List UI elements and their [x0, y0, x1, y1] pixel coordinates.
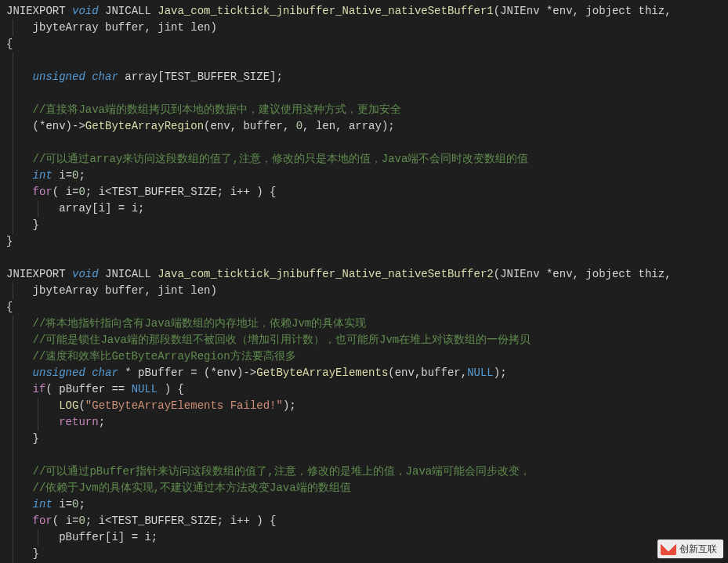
- code-text: //速度和效率比GetByteArrayRegion方法要高很多: [6, 350, 296, 363]
- code-text: pBuffer[i] = i;: [6, 531, 158, 543]
- watermark-text: 创新互联: [679, 543, 717, 554]
- code-line[interactable]: unsigned char * pBuffer = (*env)->GetByt…: [6, 365, 722, 381]
- code-text: //可以通过array来访问这段数组的值了,注意，修改的只是本地的值，Java端…: [6, 153, 528, 165]
- watermark-badge: 创新互联: [657, 540, 723, 558]
- code-text: {: [6, 301, 13, 313]
- code-text: jbyteArray buffer, jint len): [6, 21, 217, 34]
- code-text: //可能是锁住Java端的那段数组不被回收（增加引用计数），也可能所Jvm在堆上…: [6, 334, 531, 346]
- code-text: }: [6, 218, 39, 231]
- code-line[interactable]: for( i=0; i<TEST_BUFFER_SIZE; i++ ) {: [6, 513, 722, 529]
- code-line[interactable]: }: [6, 217, 722, 233]
- code-text: JNIEXPORT void JNICALL Java_com_ticktick…: [6, 5, 678, 17]
- code-line[interactable]: int i=0;: [6, 496, 722, 513]
- code-line[interactable]: [6, 85, 722, 102]
- code-line[interactable]: jbyteArray buffer, jint len): [6, 283, 722, 299]
- code-text: //可以通过pBuffer指针来访问这段数组的值了,注意，修改的是堆上的值，Ja…: [6, 465, 531, 478]
- code-text: JNIEXPORT void JNICALL Java_com_ticktick…: [6, 268, 678, 280]
- code-line[interactable]: //将本地指针指向含有Java端数组的内存地址，依赖Jvm的具体实现: [6, 316, 722, 332]
- code-text: [6, 251, 13, 264]
- code-line[interactable]: //直接将Java端的数组拷贝到本地的数据中，建议使用这种方式，更加安全: [6, 102, 722, 118]
- code-line[interactable]: JNIEXPORT void JNICALL Java_com_ticktick…: [6, 266, 722, 283]
- code-line[interactable]: //速度和效率比GetByteArrayRegion方法要高很多: [6, 348, 722, 365]
- code-line[interactable]: if( pBuffer == NULL ) {: [6, 381, 722, 398]
- code-line[interactable]: [6, 135, 722, 151]
- code-line[interactable]: jbyteArray buffer, jint len): [6, 20, 722, 36]
- code-text: jbyteArray buffer, jint len): [6, 284, 217, 297]
- code-line[interactable]: unsigned char array[TEST_BUFFER_SIZE];: [6, 69, 722, 85]
- code-line[interactable]: //可以通过array来访问这段数组的值了,注意，修改的只是本地的值，Java端…: [6, 151, 722, 168]
- code-line[interactable]: }: [6, 233, 722, 250]
- code-line[interactable]: //可以通过pBuffer指针来访问这段数组的值了,注意，修改的是堆上的值，Ja…: [6, 464, 722, 480]
- code-line[interactable]: [6, 447, 722, 464]
- code-line[interactable]: {: [6, 299, 722, 316]
- code-text: unsigned char * pBuffer = (*env)->GetByt…: [6, 366, 507, 379]
- code-text: for( i=0; i<TEST_BUFFER_SIZE; i++ ) {: [6, 514, 276, 527]
- code-text: unsigned char array[TEST_BUFFER_SIZE];: [6, 70, 283, 83]
- code-line[interactable]: return;: [6, 414, 722, 431]
- code-text: if( pBuffer == NULL ) {: [6, 383, 184, 395]
- code-line[interactable]: {: [6, 36, 722, 52]
- code-text: int i=0;: [6, 498, 85, 511]
- code-text: return;: [6, 416, 105, 428]
- code-text: //将本地指针指向含有Java端数组的内存地址，依赖Jvm的具体实现: [6, 317, 366, 330]
- code-editor[interactable]: JNIEXPORT void JNICALL Java_com_ticktick…: [6, 3, 722, 563]
- code-line[interactable]: [6, 52, 722, 69]
- code-text: }: [6, 547, 39, 560]
- code-text: (*env)->GetByteArrayRegion(env, buffer, …: [6, 120, 395, 132]
- code-line[interactable]: pBuffer[i] = i;: [6, 529, 722, 546]
- code-line[interactable]: JNIEXPORT void JNICALL Java_com_ticktick…: [6, 3, 722, 20]
- code-text: //直接将Java端的数组拷贝到本地的数据中，建议使用这种方式，更加安全: [6, 103, 401, 116]
- code-text: //依赖于Jvm的具体实现,不建议通过本方法改变Java端的数组值: [6, 482, 351, 494]
- code-line[interactable]: array[i] = i;: [6, 200, 722, 217]
- code-text: [6, 136, 39, 149]
- code-text: int i=0;: [6, 169, 85, 182]
- code-text: }: [6, 432, 39, 445]
- code-line[interactable]: int i=0;: [6, 168, 722, 184]
- code-text: [6, 449, 39, 461]
- code-line[interactable]: //可能是锁住Java端的那段数组不被回收（增加引用计数），也可能所Jvm在堆上…: [6, 332, 722, 348]
- code-line[interactable]: for( i=0; i<TEST_BUFFER_SIZE; i++ ) {: [6, 184, 722, 200]
- code-line[interactable]: (*env)->GetByteArrayRegion(env, buffer, …: [6, 118, 722, 135]
- code-line[interactable]: }: [6, 431, 722, 447]
- code-text: }: [6, 235, 13, 247]
- code-line[interactable]: [6, 250, 722, 266]
- code-text: [6, 54, 39, 67]
- code-text: LOG("GetByteArrayElements Failed!");: [6, 399, 296, 412]
- code-text: array[i] = i;: [6, 202, 144, 215]
- code-line[interactable]: LOG("GetByteArrayElements Failed!");: [6, 398, 722, 414]
- code-line[interactable]: }: [6, 546, 722, 562]
- code-line[interactable]: //依赖于Jvm的具体实现,不建议通过本方法改变Java端的数组值: [6, 480, 722, 496]
- code-text: for( i=0; i<TEST_BUFFER_SIZE; i++ ) {: [6, 186, 276, 198]
- code-text: [6, 87, 39, 99]
- code-text: {: [6, 38, 13, 50]
